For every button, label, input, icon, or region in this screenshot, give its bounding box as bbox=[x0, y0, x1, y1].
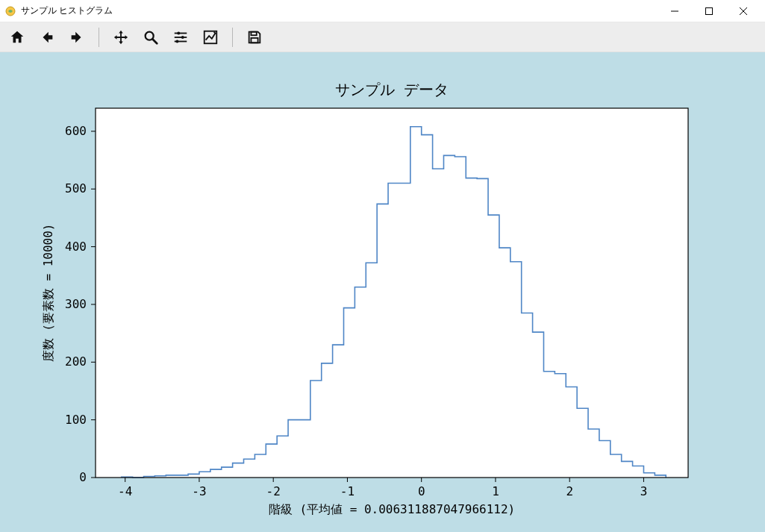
toolbar-separator bbox=[99, 28, 99, 47]
svg-rect-16 bbox=[96, 108, 688, 478]
x-tick-label: 3 bbox=[640, 484, 648, 498]
x-tick-label: -1 bbox=[340, 484, 355, 498]
window-title: サンプル ヒストグラム bbox=[21, 4, 113, 17]
x-tick-label: -2 bbox=[266, 484, 281, 498]
svg-rect-2 bbox=[706, 7, 713, 14]
histogram-plot: サンプル データ0100200300400500600-4-3-2-10123階… bbox=[0, 52, 765, 532]
window-titlebar: サンプル ヒストグラム bbox=[0, 0, 765, 22]
y-tick-label: 200 bbox=[65, 354, 87, 369]
y-tick-label: 400 bbox=[65, 240, 87, 254]
home-button[interactable] bbox=[7, 28, 27, 47]
back-button[interactable] bbox=[37, 28, 57, 47]
svg-point-8 bbox=[177, 31, 180, 34]
configure-subplots-button[interactable] bbox=[171, 28, 190, 47]
matplotlib-toolbar bbox=[0, 22, 765, 52]
svg-line-6 bbox=[153, 39, 157, 43]
plot-canvas[interactable]: サンプル データ0100200300400500600-4-3-2-10123階… bbox=[0, 52, 765, 532]
window-close-button[interactable] bbox=[726, 0, 761, 22]
app-icon bbox=[4, 5, 16, 17]
y-tick-label: 300 bbox=[65, 297, 87, 311]
y-tick-label: 0 bbox=[79, 470, 87, 484]
x-tick-label: 0 bbox=[418, 484, 425, 498]
window-maximize-button[interactable] bbox=[692, 0, 726, 22]
toolbar-separator bbox=[232, 28, 233, 47]
zoom-button[interactable] bbox=[141, 28, 160, 47]
y-axis-label: 度数 (要素数 = 10000) bbox=[41, 224, 55, 363]
window-minimize-button[interactable] bbox=[658, 0, 692, 22]
svg-point-12 bbox=[175, 40, 178, 43]
y-tick-label: 600 bbox=[65, 124, 87, 138]
pan-button[interactable] bbox=[111, 28, 131, 47]
svg-rect-15 bbox=[251, 37, 257, 42]
x-tick-label: -3 bbox=[192, 484, 206, 498]
edit-axes-button[interactable] bbox=[201, 28, 220, 47]
x-tick-label: 2 bbox=[566, 484, 573, 498]
forward-button[interactable] bbox=[67, 28, 87, 47]
x-tick-label: 1 bbox=[492, 484, 499, 498]
y-tick-label: 500 bbox=[65, 181, 87, 195]
x-tick-label: -4 bbox=[118, 484, 132, 498]
save-button[interactable] bbox=[245, 28, 264, 47]
svg-point-10 bbox=[181, 35, 184, 38]
y-tick-label: 100 bbox=[65, 413, 87, 427]
svg-rect-14 bbox=[251, 31, 256, 35]
x-axis-label: 階級 (平均値 = 0.006311887047966112) bbox=[269, 502, 515, 516]
chart-title: サンプル データ bbox=[335, 81, 449, 98]
